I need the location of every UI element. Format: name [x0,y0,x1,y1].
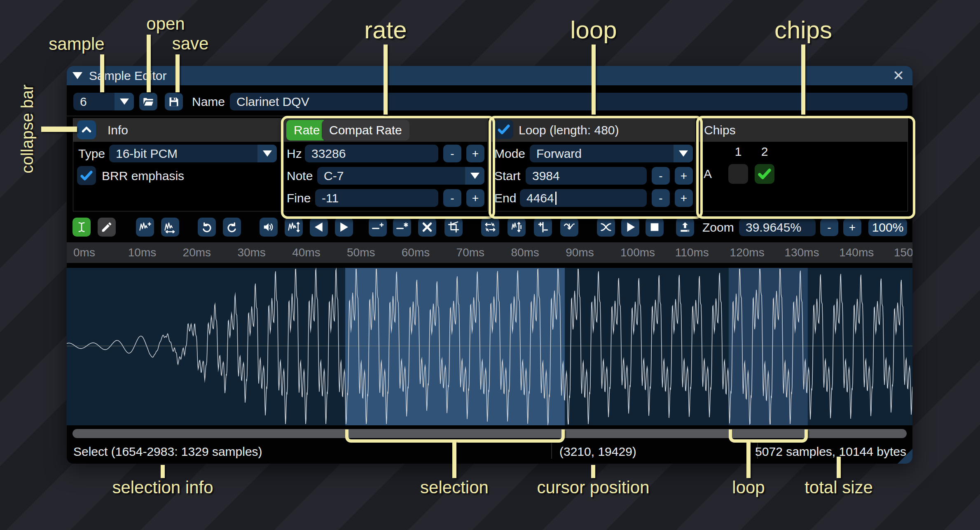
cursor-position-text: (3210, 19429) [559,445,636,459]
start-label: Start [494,167,520,185]
check-icon [80,169,94,183]
undo-icon [201,221,213,233]
save-sample-button[interactable] [165,93,183,110]
fine-input[interactable]: -11 [315,189,438,207]
zoom-in-button[interactable]: + [843,218,861,236]
ruler-tick-label: 0ms [73,246,95,259]
text-caret [555,192,557,205]
window-collapse-icon[interactable] [73,72,82,79]
hz-input[interactable]: 33286 [305,145,438,162]
zoom-out-button[interactable]: - [820,218,838,236]
start-plus-button[interactable]: + [675,167,693,185]
fine-plus-button[interactable]: + [466,189,484,207]
toolbar-fade-in-button[interactable] [310,218,328,237]
toolbar-stop-preview-button[interactable] [646,218,664,237]
rate-tab[interactable]: Rate [286,120,327,141]
brr-emphasis-checkbox[interactable] [77,166,96,185]
trim-icon [447,221,460,233]
loop-panel-header: Loop (length: 480) [491,119,695,142]
toolbar-crossfade-button[interactable] [597,218,615,237]
chevron-down-icon[interactable] [115,93,134,110]
normalize-icon [288,221,300,233]
toolbar-apply-silence-button[interactable] [393,218,411,237]
window-resize-grip[interactable] [896,447,912,464]
name-label: Name [192,93,225,110]
toolbar-preview-button[interactable] [621,218,639,237]
toolbar-resample-button[interactable] [161,218,179,237]
annotation-cursor-position: cursor position [537,478,649,497]
toolbar-trim-button[interactable] [444,218,463,237]
ruler-tick-label: 60ms [402,246,430,259]
toolbar-sign-button[interactable] [534,218,552,237]
ruler-tick-label: 10ms [128,246,156,259]
annotation-loop: loop [570,16,617,44]
toolbar-redo-button[interactable] [223,218,241,237]
fine-label: Fine [287,189,311,207]
toolbar-fade-out-button[interactable] [335,218,353,237]
loop-start-input[interactable]: 3984 [526,167,647,185]
chevron-down-icon[interactable] [465,167,484,185]
end-plus-button[interactable]: + [675,189,693,207]
toolbar-normalize-button[interactable] [285,218,303,237]
toolbar-delete-button[interactable] [418,218,436,237]
open-sample-button[interactable] [139,93,157,110]
toolbar-edit-mode-draw-button[interactable] [98,218,116,237]
filter-icon [563,221,575,233]
fine-minus-button[interactable]: - [443,189,461,207]
hz-plus-button[interactable]: + [466,145,484,162]
annotation-line-selection-info [161,465,165,478]
note-select[interactable]: C-7 [317,167,484,185]
sample-selector[interactable]: 6 [73,93,134,110]
chips-panel-title: Chips [704,123,736,137]
upload-icon [679,221,691,233]
sample-name-value: Clarinet DQV [236,95,309,109]
selection-info-text: Select (1654-2983: 1329 samples) [73,445,262,459]
pencil-icon [101,221,113,233]
sample-type-select[interactable]: 16-bit PCM [109,145,277,162]
time-ruler[interactable]: 0ms10ms20ms30ms40ms50ms60ms70ms80ms90ms1… [67,242,912,263]
check-icon [497,122,511,136]
ruler-tick-label: 100ms [620,246,655,259]
zoom-input[interactable]: 39.9645% [739,218,816,236]
loop-enable-checkbox[interactable] [494,120,513,139]
ruler-tick-label: 40ms [292,246,320,259]
toolbar-reverse-button[interactable] [481,218,499,237]
hz-minus-button[interactable]: - [443,145,461,162]
zoom-reset-button[interactable]: 100% [868,218,907,236]
toolbar-insert-silence-button[interactable] [369,218,387,237]
chevron-down-icon[interactable] [674,145,693,162]
toolbar-create-instrument-button[interactable] [676,218,694,237]
end-minus-button[interactable]: - [652,189,670,207]
waveform-display[interactable] [67,268,912,425]
sign-icon [537,221,549,233]
chip-2-checkbox[interactable] [755,164,774,184]
sample-name-input[interactable]: Clarinet DQV [230,93,907,110]
info-collapse-button[interactable] [77,120,96,139]
toolbar-invert-button[interactable] [508,218,526,237]
resample-icon [164,221,176,233]
total-size-text: 5072 samples, 10144 bytes [755,445,906,459]
annotation-bracket-loop [729,429,808,443]
invert-icon [510,221,523,233]
insert-silence-icon [372,221,384,233]
loop-end-input[interactable]: 4464 [520,189,647,207]
info-panel: Info [73,118,281,211]
title-bar[interactable]: Sample Editor ✕ [67,66,912,85]
toolbar-filter-button[interactable] [560,218,578,237]
toolbar-undo-button[interactable] [198,218,216,237]
annotation-line-chips [801,45,805,115]
annotation-selection: selection [420,478,489,497]
sample-editor-window: Sample Editor ✕ 6 Name Clarinet DQV [67,66,912,464]
loop-mode-select[interactable]: Forward [530,145,693,162]
close-icon[interactable]: ✕ [891,68,906,83]
toolbar-edit-mode-select-button[interactable] [73,218,91,237]
start-minus-button[interactable]: - [652,167,670,185]
toolbar-resize-button[interactable] [136,218,154,237]
compat-rate-tab[interactable]: Compat Rate [322,120,409,141]
ruler-tick-label: 150ms [894,246,912,259]
annotation-line-collapse-bar [41,127,77,132]
chevron-down-icon[interactable] [257,145,277,162]
toolbar-amplify-button[interactable] [260,218,278,237]
annotation-collapse-bar: collapse bar [18,84,37,174]
chip-1-checkbox[interactable] [728,164,748,184]
